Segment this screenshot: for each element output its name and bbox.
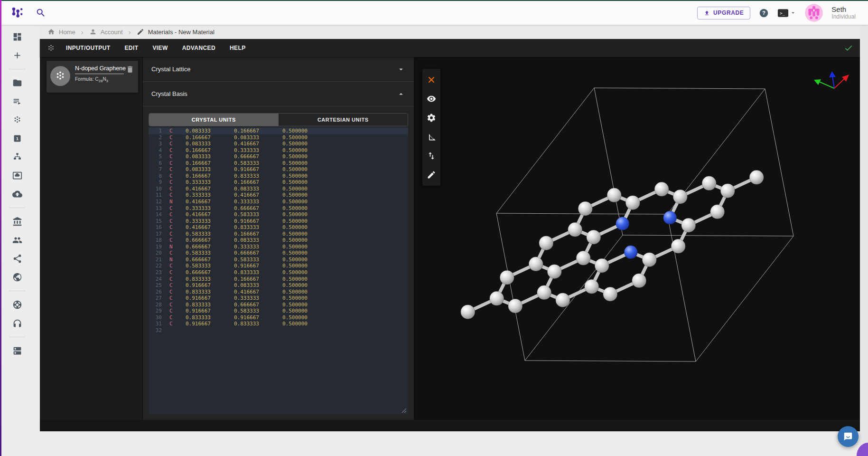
console-menu[interactable]: >_ xyxy=(777,9,796,18)
atom-C[interactable] xyxy=(490,291,504,305)
atom-C[interactable] xyxy=(595,258,609,273)
sidebar-item-contact[interactable] xyxy=(6,314,28,332)
sidebar-item-uploads[interactable] xyxy=(6,185,28,203)
atom-C[interactable] xyxy=(547,265,561,279)
atom-C[interactable] xyxy=(720,184,735,198)
basis-line[interactable]: 22C0.5833330.9166670.500000 xyxy=(149,263,408,269)
atom-N[interactable] xyxy=(624,246,637,259)
atom-C[interactable] xyxy=(587,230,601,244)
breadcrumb-account[interactable]: Account xyxy=(89,28,123,36)
basis-line[interactable]: 21N0.6666670.5833330.500000 xyxy=(149,256,408,263)
basis-line[interactable]: 8C0.1666670.8333330.500000 xyxy=(149,173,408,180)
basis-line[interactable]: 2C0.1666670.0833330.500000 xyxy=(149,134,408,141)
viewer-toggle-axes-button[interactable] xyxy=(422,146,440,165)
atom-C[interactable] xyxy=(702,176,716,190)
atom-C[interactable] xyxy=(671,239,685,253)
sidebar-item-media[interactable] xyxy=(6,166,28,185)
sidebar-item-jobs[interactable] xyxy=(6,92,28,111)
atom-C[interactable] xyxy=(576,251,590,265)
sidebar-item-add-new[interactable] xyxy=(6,46,28,65)
basis-line[interactable]: 12N0.4166670.3333330.500000 xyxy=(149,199,408,205)
basis-line[interactable]: 4C0.1666670.3333330.500000 xyxy=(149,147,408,154)
accept-check-icon[interactable] xyxy=(844,43,853,53)
sidebar-item-projects[interactable] xyxy=(6,74,28,92)
sidebar-item-organization[interactable] xyxy=(6,212,28,231)
sidebar-item-support[interactable] xyxy=(6,295,28,314)
help-icon[interactable]: ? xyxy=(759,8,769,18)
basis-line[interactable]: 28C0.8333330.6666670.500000 xyxy=(149,302,408,308)
atom-C[interactable] xyxy=(461,305,475,319)
menu-item-edit[interactable]: EDIT xyxy=(124,45,138,51)
basis-line[interactable]: 30C0.8333330.9166670.500000 xyxy=(149,314,408,321)
viewer-measure-button[interactable] xyxy=(422,127,440,146)
atom-N[interactable] xyxy=(616,217,629,230)
viewer-edit-button[interactable] xyxy=(422,165,440,184)
crystal-basis-section-header[interactable]: Crystal Basis xyxy=(143,82,414,106)
basis-line[interactable]: 27C0.9166670.3333330.500000 xyxy=(149,295,408,302)
sidebar-item-storage[interactable] xyxy=(6,342,28,360)
tab-cartesian-units[interactable]: CARTESIAN UNITS xyxy=(279,114,408,126)
tab-crystal-units[interactable]: CRYSTAL UNITS xyxy=(149,114,279,126)
avatar[interactable] xyxy=(805,4,823,22)
basis-code-editor[interactable]: 1C0.0833330.1666670.5000002C0.1666670.08… xyxy=(149,127,408,414)
trash-icon[interactable] xyxy=(126,65,134,74)
page-scrollbar-track[interactable] xyxy=(860,25,868,456)
atom-C[interactable] xyxy=(607,188,621,202)
basis-line[interactable]: 6C0.1666670.5833330.500000 xyxy=(149,160,408,167)
basis-line[interactable]: 3C0.0833330.4166670.500000 xyxy=(149,141,408,147)
basis-line[interactable]: 17C0.5833330.1666670.500000 xyxy=(149,231,408,238)
sidebar-item-web[interactable] xyxy=(6,268,28,286)
basis-line[interactable]: 11C0.3333330.4166670.500000 xyxy=(149,192,408,199)
basis-line[interactable]: 7C0.0833330.9166670.500000 xyxy=(149,166,408,173)
crystal-lattice-section-header[interactable]: Crystal Lattice xyxy=(143,57,414,82)
menu-item-input-output[interactable]: INPUT/OUTPUT xyxy=(66,45,110,51)
atom-C[interactable] xyxy=(508,299,523,313)
menu-item-view[interactable]: VIEW xyxy=(152,45,168,51)
sidebar-item-sharing[interactable] xyxy=(6,249,28,268)
menu-item-advanced[interactable]: ADVANCED xyxy=(182,45,215,51)
menu-item-help[interactable]: HELP xyxy=(230,45,246,51)
atom-C[interactable] xyxy=(529,257,543,271)
atom-C[interactable] xyxy=(681,218,696,232)
basis-line[interactable]: 19N0.6666670.3333330.500000 xyxy=(149,244,408,250)
basis-line[interactable]: 18C0.6666670.0833330.500000 xyxy=(149,237,408,244)
search-icon[interactable] xyxy=(36,8,46,18)
viewer-settings-button[interactable] xyxy=(422,108,440,127)
basis-line[interactable]: 10C0.4166670.0833330.500000 xyxy=(149,186,408,192)
sidebar-item-materials[interactable] xyxy=(6,111,28,129)
basis-line[interactable]: 16C0.4166670.8333330.500000 xyxy=(149,224,408,231)
atom-C[interactable] xyxy=(539,236,553,250)
viewer-close-button[interactable] xyxy=(422,70,440,89)
basis-line-empty[interactable]: 32 xyxy=(149,327,408,334)
atom-C[interactable] xyxy=(632,274,646,288)
atom-C[interactable] xyxy=(500,270,514,285)
basis-line[interactable]: 26C0.8333330.4166670.500000 xyxy=(149,289,408,295)
sidebar-item-dashboard[interactable] xyxy=(6,28,28,46)
sidebar-item-unit[interactable]: 1 xyxy=(6,129,28,148)
upgrade-button[interactable]: UPGRADE xyxy=(697,7,750,19)
atom-C[interactable] xyxy=(625,196,640,210)
viewer-visibility-button[interactable] xyxy=(422,89,440,108)
resize-grip[interactable] xyxy=(401,408,407,413)
basis-line[interactable]: 23C0.6666670.8333330.500000 xyxy=(149,269,408,276)
material-name-input[interactable]: N-doped Graphene xyxy=(75,65,124,74)
atom-C[interactable] xyxy=(568,222,582,237)
atom-C[interactable] xyxy=(556,293,570,307)
breadcrumb-home[interactable]: Home xyxy=(47,28,75,36)
basis-line[interactable]: 31C0.9166670.8333330.500000 xyxy=(149,321,408,327)
atom-C[interactable] xyxy=(642,253,656,267)
atom-C[interactable] xyxy=(537,285,551,300)
atom-C[interactable] xyxy=(710,205,725,219)
mat3ra-logo-icon[interactable] xyxy=(11,7,23,19)
basis-line[interactable]: 20C0.5833330.6666670.500000 xyxy=(149,250,408,256)
atom-C[interactable] xyxy=(673,190,687,204)
basis-line[interactable]: 1C0.0833330.1666670.500000 xyxy=(149,128,408,134)
basis-line[interactable]: 14C0.4166670.5833330.500000 xyxy=(149,211,408,218)
chat-launcher-button[interactable] xyxy=(838,426,859,447)
atom-C[interactable] xyxy=(578,201,592,216)
atom-C[interactable] xyxy=(654,182,669,196)
material-list-item[interactable]: N-doped Graphene Formula: C28N3 xyxy=(47,61,138,93)
basis-line[interactable]: 25C0.9166670.0833330.500000 xyxy=(149,282,408,289)
atom-C[interactable] xyxy=(585,279,599,294)
atom-C[interactable] xyxy=(603,287,617,301)
